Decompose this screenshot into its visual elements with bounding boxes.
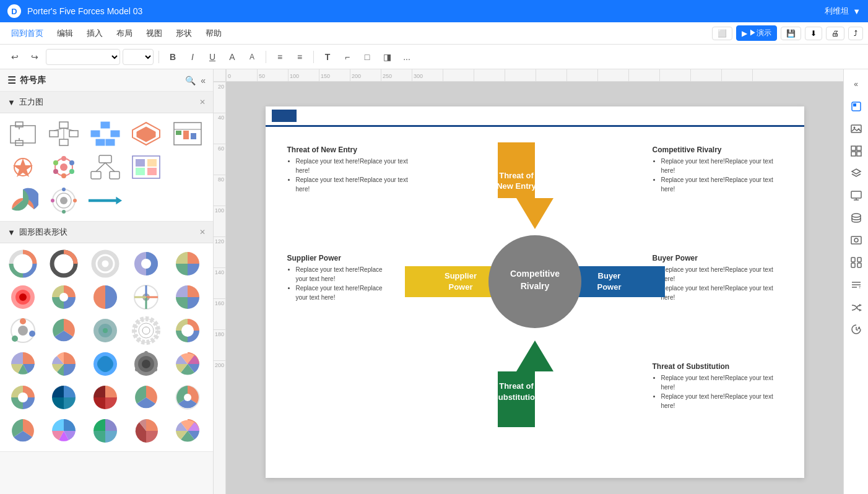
svg-point-85 (18, 392, 28, 402)
grid-button[interactable] (846, 141, 866, 161)
underline-button[interactable]: U (204, 48, 221, 66)
shuffle-button[interactable] (846, 297, 866, 317)
text-layout-button[interactable]: T (846, 275, 866, 295)
category-wuli-close[interactable]: ✕ (199, 98, 206, 106)
sym-c3[interactable] (87, 248, 123, 279)
align-left-button[interactable]: ≡ (271, 48, 289, 66)
home-button[interactable]: 回到首页 (5, 25, 50, 41)
new-entry-label-1: Threat of (499, 171, 534, 180)
chevron-down-icon[interactable]: ▼ (853, 7, 861, 16)
align-options-button[interactable]: ≡ (291, 48, 308, 66)
sym-c14[interactable] (128, 315, 164, 346)
style-button[interactable] (846, 97, 866, 116)
symbol-wuli-5[interactable] (170, 118, 206, 149)
sym-c5[interactable] (170, 248, 206, 279)
symbol-wuli-8[interactable] (87, 152, 123, 183)
image-button[interactable] (846, 119, 866, 139)
symbol-wuli-6[interactable] (5, 152, 41, 183)
canvas-page[interactable]: Threat of New Entry Replace your text he… (266, 106, 804, 478)
sym-c6[interactable] (5, 282, 41, 313)
present-button[interactable]: ▶ ▶演示 (736, 25, 777, 41)
sym-c29[interactable] (128, 415, 164, 446)
sym-c28[interactable] (87, 415, 123, 446)
history-button[interactable] (846, 319, 866, 339)
print-button[interactable]: 🖨 (826, 27, 844, 40)
sym-c10[interactable] (170, 282, 206, 313)
undo-button[interactable]: ↩ (6, 48, 24, 66)
bold-button[interactable]: B (164, 48, 181, 66)
sym-c27[interactable] (46, 415, 82, 446)
menu-edit[interactable]: 编辑 (51, 25, 79, 41)
menu-view[interactable]: 视图 (140, 25, 168, 41)
sym-c18[interactable] (87, 349, 123, 379)
text-tool-button[interactable]: T (319, 48, 336, 66)
sym-c20[interactable] (170, 349, 206, 379)
menu-shape[interactable]: 形状 (170, 25, 198, 41)
menu-help[interactable]: 帮助 (199, 25, 228, 41)
components-button[interactable] (846, 253, 866, 272)
screen-button[interactable]: ⬜ (712, 27, 732, 40)
shape-button[interactable]: □ (358, 48, 376, 66)
sym-c7[interactable] (46, 282, 82, 313)
sym-c15[interactable] (170, 315, 206, 346)
save-button[interactable]: 💾 (781, 27, 801, 40)
sym-c17[interactable] (46, 349, 82, 379)
symbol-arrow[interactable] (87, 185, 123, 216)
symbol-wuli-10[interactable] (170, 152, 206, 183)
font-color-button[interactable]: A (224, 48, 241, 66)
database-button[interactable] (846, 208, 866, 228)
sym-c1[interactable] (5, 248, 41, 279)
download-button[interactable]: ⬇ (805, 27, 822, 40)
symbol-wuli-1[interactable] (5, 118, 41, 149)
sym-c26[interactable] (5, 415, 41, 446)
sym-c25[interactable] (170, 382, 206, 413)
search-icon[interactable]: 🔍 (185, 76, 196, 85)
sym-c23[interactable] (87, 382, 123, 413)
sym-c21[interactable] (5, 382, 41, 413)
sym-c19[interactable] (128, 349, 164, 379)
font-size-select[interactable] (123, 49, 154, 65)
svg-rect-96 (851, 191, 861, 198)
sym-c11[interactable] (5, 315, 41, 346)
sym-c24[interactable] (128, 382, 164, 413)
category-yuanxing-header[interactable]: ▼ 圆形图表形状 ✕ (0, 222, 213, 243)
symbol-wuli-11[interactable] (5, 185, 41, 216)
sym-c22[interactable] (46, 382, 82, 413)
presentation-button[interactable] (846, 186, 866, 206)
shape2-button[interactable]: ◨ (378, 48, 396, 66)
photo-button[interactable] (846, 230, 866, 250)
symbol-wuli-3[interactable] (87, 118, 123, 149)
menu-layout[interactable]: 布局 (110, 25, 139, 41)
substitution-label-2: Substitution (493, 392, 540, 402)
layers-button[interactable] (846, 163, 866, 183)
symbol-wuli-12[interactable] (46, 185, 82, 216)
italic-button[interactable]: I (184, 48, 201, 66)
symbol-wuli-2[interactable] (46, 118, 82, 149)
connector-button[interactable]: ⌐ (339, 48, 356, 66)
font-select[interactable] (46, 49, 120, 65)
sym-c16[interactable] (5, 349, 41, 379)
menu-insert[interactable]: 插入 (80, 25, 109, 41)
sym-c4[interactable] (128, 248, 164, 279)
sym-c2[interactable] (46, 248, 82, 279)
sym-c12[interactable] (46, 315, 82, 346)
user-name[interactable]: 利维坦 (825, 6, 849, 17)
category-yuanxing-close[interactable]: ✕ (199, 228, 206, 236)
sidebar-collapse-button[interactable]: « (846, 74, 866, 94)
text-format-button[interactable]: A (243, 48, 261, 66)
share-button[interactable]: ⤴ (848, 27, 863, 40)
sym-c9[interactable] (128, 282, 164, 313)
category-wuli-header[interactable]: ▼ 五力图 ✕ (0, 92, 213, 113)
collapse-icon[interactable]: « (201, 76, 206, 85)
svg-line-10 (64, 128, 74, 131)
svg-point-83 (154, 368, 157, 371)
redo-button[interactable]: ↪ (26, 48, 43, 66)
sym-c30[interactable] (170, 415, 206, 446)
symbol-wuli-9[interactable] (128, 152, 164, 183)
symbol-wuli-7[interactable] (46, 152, 82, 183)
symbol-wuli-4[interactable] (128, 118, 164, 149)
more-button[interactable]: ... (398, 48, 415, 66)
sym-c8[interactable] (87, 282, 123, 313)
sym-c13[interactable] (87, 315, 123, 346)
canvas-scroll[interactable]: Threat of New Entry Replace your text he… (226, 82, 843, 494)
